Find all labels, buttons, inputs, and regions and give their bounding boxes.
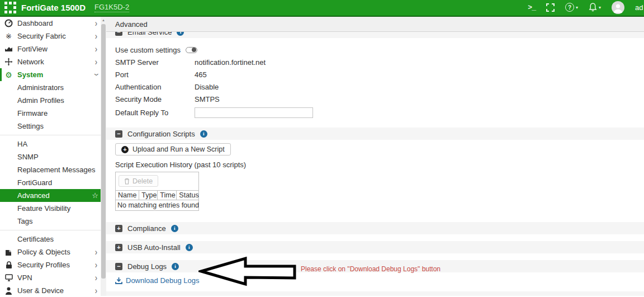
divider: [0, 135, 106, 135]
sidebar-item-snmp[interactable]: SNMP: [0, 150, 106, 163]
scroll-up-arrow-icon[interactable]: ▲: [101, 17, 106, 23]
sidebar-item-vpn[interactable]: VPN ›: [0, 271, 106, 284]
fabric-icon: ※: [4, 32, 13, 40]
sidebar-item-settings[interactable]: Settings: [0, 120, 106, 133]
sidebar-item-advanced[interactable]: Advanced ☆: [0, 189, 106, 202]
authentication-row: Authentication Disable: [106, 81, 644, 93]
section-title: USB Auto-Install: [127, 243, 181, 252]
sidebar-item-replacement-messages[interactable]: Replacement Messages: [0, 163, 106, 176]
sidebar-item-certificates[interactable]: Certificates: [0, 233, 106, 246]
star-icon[interactable]: ☆: [92, 191, 98, 200]
user-avatar[interactable]: [612, 1, 624, 14]
chevron-right-icon: ›: [95, 272, 97, 284]
script-history-label: Script Execution History (past 10 script…: [106, 161, 644, 169]
chevron-right-icon: ›: [95, 56, 97, 68]
sidebar-item-system[interactable]: ⚙ System ›: [0, 68, 106, 81]
download-debug-logs-link[interactable]: Download Debug Logs: [106, 276, 200, 285]
sidebar-item-administrators[interactable]: Administrators: [0, 81, 106, 94]
fullscreen-icon[interactable]: [546, 3, 555, 12]
use-custom-settings-row: Use custom settings: [106, 44, 644, 56]
section-title: Compliance: [127, 224, 166, 233]
sidebar-nav: Dashboard › ※ Security Fabric › FortiVie…: [0, 17, 106, 296]
smtp-server-row: SMTP Server notification.fortinet.net: [106, 56, 644, 68]
column-header[interactable]: Time: [158, 191, 177, 200]
security-mode-row: Security Mode SMTPS: [106, 93, 644, 105]
sidebar-item-security-profiles[interactable]: Security Profiles ›: [0, 258, 106, 271]
column-header[interactable]: Name: [116, 191, 139, 200]
script-history-table: Delete Name Type Time Status No matching…: [115, 172, 199, 211]
bell-icon: [589, 3, 597, 12]
annotation-arrow-left-icon: [198, 256, 298, 288]
next-section-band-partial: [106, 291, 644, 296]
expand-plus-icon[interactable]: +: [115, 225, 122, 232]
field-value: notification.fortinet.net: [195, 58, 266, 67]
delete-button[interactable]: Delete: [119, 175, 158, 187]
trash-icon: [124, 178, 130, 185]
usb-auto-install-section-header: + USB Auto-Install i: [106, 241, 644, 253]
chevron-right-icon: ›: [95, 18, 97, 29]
collapse-minus-icon[interactable]: −: [115, 263, 122, 270]
info-icon[interactable]: i: [177, 32, 184, 36]
column-header[interactable]: Status: [177, 191, 201, 200]
info-icon[interactable]: i: [186, 244, 193, 251]
info-icon[interactable]: i: [172, 263, 179, 270]
fortigate-admin-window: FortiGate 1500D FG1K5D-2 >_ ? ▾ ▾: [0, 0, 644, 297]
sidebar-item-feature-visibility[interactable]: Feature Visibility: [0, 202, 106, 215]
scrollbar-thumb[interactable]: [101, 24, 106, 279]
device-hostname[interactable]: FG1K5D-2: [94, 3, 129, 12]
sidebar-item-fortiview[interactable]: FortiView ›: [0, 43, 106, 55]
documents-icon: [4, 248, 13, 256]
chevron-right-icon: ›: [95, 44, 97, 55]
download-icon: [115, 277, 122, 284]
field-label: Default Reply To: [115, 109, 195, 117]
column-header[interactable]: Type: [139, 191, 158, 200]
page-title: Advanced: [115, 20, 148, 29]
cli-console-icon[interactable]: >_: [528, 3, 536, 12]
plus-circle-icon: +: [121, 146, 129, 153]
area-chart-icon: [4, 45, 13, 53]
section-title: Debug Logs: [127, 262, 167, 271]
sidebar-item-fortiguard[interactable]: FortiGuard: [0, 176, 106, 189]
field-label: Port: [115, 70, 195, 79]
configuration-scripts-section-header: − Configuration Scripts i: [106, 128, 644, 140]
info-icon[interactable]: i: [200, 130, 207, 138]
section-title: Email Service: [127, 32, 172, 36]
sidebar-item-firmware[interactable]: Firmware: [0, 107, 106, 120]
annotation-note: Please click on "Download Debug Logs" bu…: [301, 265, 441, 273]
compliance-section-header: + Compliance i: [106, 222, 644, 234]
sidebar-item-user-device[interactable]: User & Device ›: [0, 284, 106, 296]
field-value: SMTPS: [195, 95, 220, 103]
chevron-down-icon: ▾: [599, 5, 601, 10]
field-value: Disable: [195, 83, 219, 91]
port-row: Port 465: [106, 68, 644, 81]
product-title: FortiGate 1500D: [21, 3, 86, 12]
move-arrows-icon: [4, 58, 13, 66]
default-reply-to-input[interactable]: [195, 107, 313, 118]
sidebar-item-admin-profiles[interactable]: Admin Profiles: [0, 94, 106, 107]
field-label: Use custom settings: [115, 46, 181, 54]
notifications-menu[interactable]: ▾: [589, 3, 601, 12]
sidebar-item-tags[interactable]: Tags: [0, 215, 106, 228]
info-icon[interactable]: i: [171, 225, 178, 232]
sidebar-scrollbar[interactable]: ▲: [101, 17, 106, 296]
sidebar-item-network[interactable]: Network ›: [0, 55, 106, 68]
empty-table-message: No matching entries found: [116, 200, 198, 210]
field-label: Security Mode: [115, 95, 195, 103]
sidebar-item-dashboard[interactable]: Dashboard ›: [0, 17, 106, 30]
main-content: Advanced − Email Service i Use custom se…: [106, 17, 644, 296]
collapse-minus-icon[interactable]: −: [115, 32, 122, 36]
help-menu[interactable]: ? ▾: [565, 3, 578, 12]
page-tab-bar: Advanced: [106, 17, 644, 32]
upload-run-script-button[interactable]: + Upload and Run a New Script: [115, 143, 231, 155]
sidebar-item-policy-objects[interactable]: Policy & Objects ›: [0, 246, 106, 258]
section-title: Configuration Scripts: [127, 130, 195, 138]
sidebar-item-security-fabric[interactable]: ※ Security Fabric ›: [0, 30, 106, 43]
collapse-minus-icon[interactable]: −: [115, 130, 122, 138]
default-reply-to-row: Default Reply To: [106, 105, 644, 120]
expand-plus-icon[interactable]: +: [115, 244, 122, 251]
username-label: ad: [635, 3, 644, 12]
use-custom-settings-toggle[interactable]: [186, 47, 197, 53]
sidebar-item-ha[interactable]: HA: [0, 138, 106, 150]
field-label: SMTP Server: [115, 58, 195, 67]
person-icon: [4, 286, 13, 295]
